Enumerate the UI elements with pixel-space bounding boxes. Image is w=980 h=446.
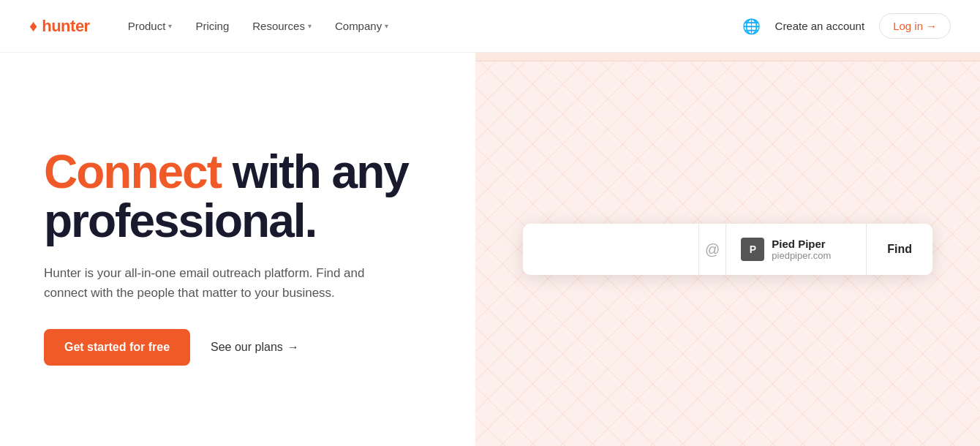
- hero-subtext: Hunter is your all-in-one email outreach…: [44, 263, 366, 303]
- hero-cta: Get started for free See our plans →: [44, 329, 431, 366]
- company-domain: piedpiper.com: [772, 250, 831, 261]
- company-selector[interactable]: P Pied Piper piedpiper.com: [726, 224, 867, 275]
- arrow-icon: →: [926, 20, 937, 32]
- logo-link[interactable]: ♦ hunter: [29, 17, 90, 36]
- hero-section: Connect with any professional. Hunter is…: [0, 53, 475, 446]
- find-button[interactable]: Find: [867, 224, 932, 275]
- login-label: Log in: [893, 20, 923, 32]
- top-decorative-bar: [475, 53, 980, 61]
- nav-item-company[interactable]: Company ▾: [326, 14, 397, 38]
- see-plans-label: See our plans: [211, 341, 283, 354]
- at-symbol: @: [698, 224, 726, 275]
- nav-item-resources[interactable]: Resources ▾: [244, 14, 320, 38]
- navbar: ♦ hunter Product ▾ Pricing Resources ▾ C…: [0, 0, 980, 53]
- name-search-input[interactable]: [523, 224, 698, 275]
- nav-item-pricing[interactable]: Pricing: [186, 14, 238, 38]
- logo-icon: ♦: [29, 17, 37, 36]
- company-name: Pied Piper: [772, 238, 831, 250]
- chevron-down-icon: ▾: [308, 22, 312, 30]
- nav-product-label: Product: [128, 20, 166, 32]
- globe-icon[interactable]: 🌐: [742, 18, 761, 35]
- login-button[interactable]: Log in →: [879, 13, 951, 39]
- nav-resources-label: Resources: [252, 20, 305, 32]
- get-started-button[interactable]: Get started for free: [44, 329, 190, 366]
- logo-text: hunter: [42, 17, 89, 36]
- company-logo-avatar: P: [741, 238, 764, 261]
- hero-heading: Connect with any professional.: [44, 148, 431, 246]
- arrow-icon: →: [287, 341, 299, 354]
- create-account-button[interactable]: Create an account: [775, 20, 865, 32]
- page-wrapper: Connect with any professional. Hunter is…: [0, 0, 980, 446]
- nav-company-label: Company: [335, 20, 382, 32]
- nav-links: Product ▾ Pricing Resources ▾ Company ▾: [119, 14, 742, 38]
- chevron-down-icon: ▾: [168, 22, 172, 30]
- nav-pricing-label: Pricing: [195, 20, 229, 32]
- nav-right: 🌐 Create an account Log in →: [742, 13, 951, 39]
- hero-right-panel: @ P Pied Piper piedpiper.com Find: [475, 53, 980, 446]
- hero-heading-highlight: Connect: [44, 145, 221, 198]
- email-finder-widget: @ P Pied Piper piedpiper.com Find: [523, 224, 932, 275]
- nav-item-product[interactable]: Product ▾: [119, 14, 181, 38]
- see-plans-link[interactable]: See our plans →: [211, 341, 299, 354]
- company-details: Pied Piper piedpiper.com: [772, 238, 831, 261]
- chevron-down-icon: ▾: [385, 22, 388, 30]
